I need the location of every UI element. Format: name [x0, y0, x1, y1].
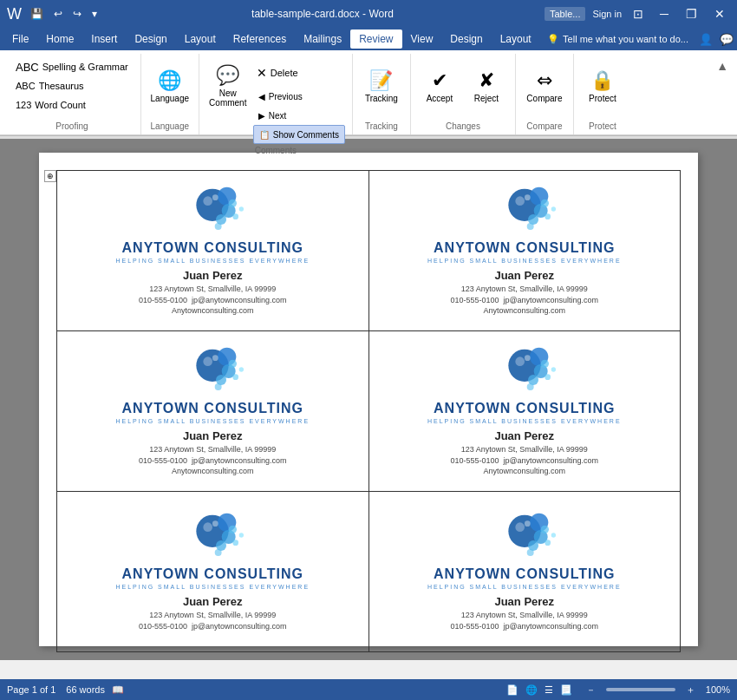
compare-label: Compare	[526, 94, 562, 103]
person-name-6: Juan Perez	[494, 595, 554, 608]
company-logo-2	[490, 185, 559, 237]
svg-point-59	[525, 521, 531, 527]
reject-button[interactable]: ✘ Reject	[465, 57, 508, 114]
reject-label: Reject	[474, 94, 499, 103]
view-draft-button[interactable]: 📃	[560, 684, 572, 696]
delete-icon: ✕	[257, 66, 267, 80]
menu-review[interactable]: Review	[350, 29, 401, 49]
menu-home[interactable]: Home	[37, 29, 82, 49]
company-tagline-3: HELPING SMALL BUSINESSES EVERYWHERE	[115, 418, 310, 424]
menu-layout[interactable]: Layout	[176, 29, 225, 49]
delete-comment-button[interactable]: ✕ Delete	[253, 59, 301, 87]
document-title: table-sample-card.docx - Word	[101, 8, 545, 20]
menu-bar: File Home Insert Design Layout Reference…	[0, 28, 737, 50]
svg-point-9	[212, 194, 218, 200]
undo-qa-button[interactable]: ↩	[50, 6, 66, 22]
protect-group: 🔒 Protect Protect	[574, 54, 631, 134]
company-name-1: ANYTOWN CONSULTING	[122, 240, 303, 256]
protect-button[interactable]: 🔒 Protect	[581, 57, 624, 114]
menu-insert[interactable]: Insert	[82, 29, 126, 49]
menu-mailings[interactable]: Mailings	[295, 29, 350, 49]
svg-point-45	[233, 540, 239, 546]
user-profile-button[interactable]: 👤	[699, 33, 713, 46]
qa-dropdown-button[interactable]: ▾	[88, 6, 101, 22]
minimize-button[interactable]: ─	[655, 5, 674, 23]
protect-icon: 🔒	[590, 69, 614, 92]
company-logo-6	[490, 511, 559, 563]
spelling-icon: ABC	[16, 61, 39, 74]
save-qa-button[interactable]: 💾	[27, 6, 47, 22]
language-label: Language	[151, 94, 190, 103]
view-outline-button[interactable]: ☰	[545, 684, 553, 696]
svg-point-26	[215, 383, 222, 390]
card-cell-5: ANYTOWN CONSULTING HELPING SMALL BUSINES…	[57, 492, 369, 652]
thesaurus-label: Thesaurus	[39, 81, 84, 91]
tracking-group-label: Tracking	[360, 120, 403, 134]
contact-info-4: 123 Anytown St, Smallville, IA 99999 010…	[450, 444, 598, 477]
svg-point-37	[551, 367, 555, 371]
sign-in-button[interactable]: Sign in	[592, 9, 622, 19]
company-tagline-4: HELPING SMALL BUSINESSES EVERYWHERE	[427, 418, 622, 424]
status-bar-right: 📄 🌐 ☰ 📃 － ＋ 100%	[506, 684, 730, 697]
ribbon-collapse-button[interactable]: ▲	[711, 57, 734, 75]
word-count-button[interactable]: 123 Word Count	[10, 95, 91, 114]
ribbon-display-button[interactable]: ⊡	[629, 5, 648, 23]
title-bar-controls: Table... Sign in ⊡ ─ ❐ ✕	[545, 5, 730, 23]
zoom-slider[interactable]	[606, 688, 675, 691]
restore-button[interactable]: ❐	[681, 5, 702, 23]
menu-layout2[interactable]: Layout	[492, 29, 540, 49]
accept-button[interactable]: ✔ Accept	[418, 57, 461, 114]
table-move-handle[interactable]: ⊕	[44, 170, 56, 182]
comments-group-label: Comments	[206, 144, 345, 159]
person-name-4: Juan Perez	[494, 429, 554, 442]
show-comments-button[interactable]: 📋 Show Comments	[253, 125, 345, 144]
svg-point-39	[525, 355, 531, 361]
status-bar: Page 1 of 1 66 words 📖 📄 🌐 ☰ 📃 － ＋ 100%	[0, 679, 737, 700]
compare-button[interactable]: ⇔ Compare	[523, 57, 566, 114]
svg-point-6	[215, 223, 222, 230]
company-logo-4	[490, 345, 559, 397]
redo-qa-button[interactable]: ↪	[69, 6, 85, 22]
protect-label: Protect	[589, 94, 616, 103]
menu-file[interactable]: File	[3, 29, 37, 49]
svg-point-56	[526, 549, 533, 556]
new-comment-button[interactable]: 💬 New Comment	[206, 57, 250, 114]
view-normal-button[interactable]: 📄	[506, 684, 519, 696]
svg-point-17	[551, 206, 555, 211]
view-web-button[interactable]: 🌐	[525, 684, 538, 696]
svg-point-29	[212, 355, 218, 361]
language-button[interactable]: 🌐 Language	[148, 57, 192, 114]
svg-point-28	[204, 357, 213, 366]
reject-icon: ✘	[479, 69, 494, 92]
menu-design[interactable]: Design	[126, 29, 175, 49]
contact-info-1: 123 Anytown St, Smallville, IA 99999 010…	[139, 284, 287, 317]
word-count-status: 66 words	[66, 684, 105, 695]
svg-point-58	[515, 523, 525, 533]
compare-group-label: Compare	[523, 120, 566, 134]
card-content-6: ANYTOWN CONSULTING HELPING SMALL BUSINES…	[378, 511, 672, 631]
document-area: ⊕	[0, 139, 737, 660]
next-comment-button[interactable]: ▶ Next	[253, 106, 345, 125]
tracking-button[interactable]: 📝 Tracking	[360, 57, 403, 114]
tell-me-input[interactable]: 💡 Tell me what you want to do...	[547, 34, 688, 45]
svg-point-57	[551, 533, 555, 538]
thesaurus-icon: ABC	[16, 81, 36, 91]
thesaurus-button[interactable]: ABC Thesaurus	[10, 76, 89, 95]
spelling-grammar-button[interactable]: ABC Spelling & Grammar	[10, 57, 134, 76]
protect-group-label: Protect	[581, 120, 624, 134]
menu-references[interactable]: References	[225, 29, 295, 49]
language-group-label: Language	[148, 120, 192, 134]
card-cell-2: ANYTOWN CONSULTING HELPING SMALL BUSINES…	[368, 171, 681, 331]
comments-group: 💬 New Comment ✕ Delete ◀ Previous ▶ Next…	[199, 54, 353, 134]
close-button[interactable]: ✕	[709, 5, 730, 23]
comments-button[interactable]: 💬	[720, 33, 734, 46]
card-content-4: ANYTOWN CONSULTING HELPING SMALL BUSINES…	[378, 345, 672, 477]
zoom-out-button[interactable]: －	[586, 684, 596, 697]
zoom-level-label: 100%	[706, 684, 730, 695]
previous-comment-button[interactable]: ◀ Previous	[253, 87, 345, 106]
menu-design2[interactable]: Design	[441, 29, 491, 49]
zoom-in-button[interactable]: ＋	[686, 684, 695, 697]
compare-icon: ⇔	[537, 69, 552, 92]
svg-point-27	[239, 367, 244, 371]
menu-view[interactable]: View	[402, 29, 442, 49]
